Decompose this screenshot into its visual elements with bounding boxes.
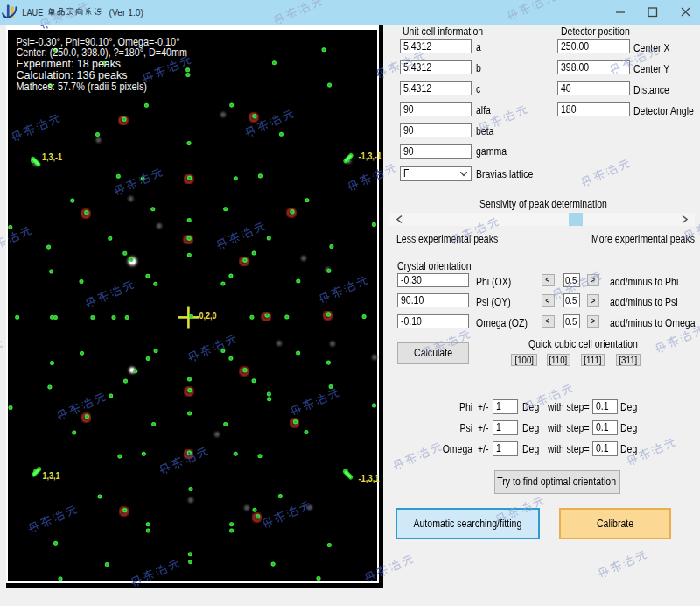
svg-text:-1,3,1: -1,3,1	[359, 473, 380, 483]
svg-text:1,3,1: 1,3,1	[43, 470, 60, 481]
svg-text:1,3,-1: 1,3,-1	[42, 152, 62, 162]
svg-text:-1,3,-1: -1,3,-1	[359, 151, 382, 161]
svg-text:Calculation: 136 peaks: Calculation: 136 peaks	[17, 69, 128, 81]
svg-text:Psi=-0.30°, Phi=90.10°, Omega=: Psi=-0.30°, Phi=90.10°, Omega=-0.10°	[17, 36, 180, 48]
svg-text:Experiment: 18 peaks: Experiment: 18 peaks	[17, 58, 122, 70]
svg-text:Mathces: 57.7% (radii 5 pixels: Mathces: 57.7% (radii 5 pixels)	[17, 81, 148, 93]
svg-text:0,2,0: 0,2,0	[200, 310, 217, 321]
svg-text:Center: (250.0, 398.0), ?=180°: Center: (250.0, 398.0), ?=180°, D=40mm	[17, 46, 188, 59]
